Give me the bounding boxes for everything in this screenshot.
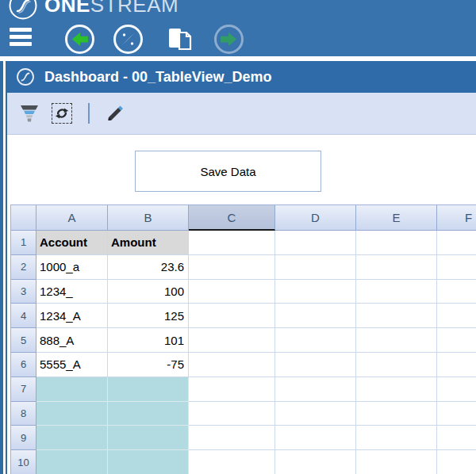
dashboard-content: Save Data ABCDEF1AccountAmount21000_a23.… <box>7 135 476 474</box>
cell-B10[interactable] <box>108 450 189 474</box>
cell-B3[interactable]: 100 <box>108 280 189 304</box>
row-header-7[interactable]: 7 <box>11 377 36 402</box>
cell-D5[interactable] <box>275 328 356 353</box>
cell-C4[interactable] <box>189 304 275 328</box>
cell-E9[interactable] <box>356 426 437 450</box>
cell-D4[interactable] <box>275 304 356 328</box>
cell-C7[interactable] <box>189 377 275 402</box>
cell-A8[interactable] <box>36 402 108 426</box>
cell-E4[interactable] <box>356 304 437 328</box>
cell-D2[interactable] <box>275 255 356 280</box>
brand-wordmark: ONESTREAM <box>44 0 178 15</box>
cell-F2[interactable] <box>437 255 476 280</box>
cell-E2[interactable] <box>356 255 437 280</box>
cell-B2[interactable]: 23.6 <box>108 255 189 280</box>
cell-C9[interactable] <box>189 426 275 450</box>
cell-C2[interactable] <box>189 255 275 280</box>
cell-A2[interactable]: 1000_a <box>36 255 108 280</box>
window-left-edge <box>0 61 3 474</box>
cell-A5[interactable]: 888_A <box>36 328 108 353</box>
column-header-D[interactable]: D <box>275 205 356 231</box>
row-header-1[interactable]: 1 <box>11 231 36 255</box>
cell-D6[interactable] <box>275 353 356 377</box>
row-header-9[interactable]: 9 <box>11 426 36 450</box>
filter-button[interactable] <box>20 103 39 124</box>
cell-D7[interactable] <box>275 377 356 402</box>
compass-icon <box>116 27 140 52</box>
cell-A6[interactable]: 5555_A <box>36 353 108 377</box>
column-header-C[interactable]: C <box>189 205 275 231</box>
cell-F10[interactable] <box>437 450 476 474</box>
cell-D9[interactable] <box>275 426 356 450</box>
cell-C6[interactable] <box>189 353 275 377</box>
dashboard-panel: Dashboard - 00_TableView_Demo <box>6 61 476 474</box>
cell-A7[interactable] <box>36 377 108 402</box>
refresh-selection-icon <box>55 106 69 120</box>
cell-B1[interactable]: Amount <box>108 231 189 255</box>
forward-arrow-icon <box>217 27 241 52</box>
cell-A10[interactable] <box>36 450 108 474</box>
cell-C3[interactable] <box>189 280 275 304</box>
column-header-B[interactable]: B <box>108 205 189 231</box>
dashboard-logo-icon <box>16 67 35 86</box>
brand-one: ONE <box>44 0 90 17</box>
cell-F7[interactable] <box>437 377 476 402</box>
row-header-10[interactable]: 10 <box>11 450 36 474</box>
cell-B5[interactable]: 101 <box>108 328 189 353</box>
column-header-F[interactable]: F <box>437 205 476 231</box>
cell-C10[interactable] <box>189 450 275 474</box>
cell-B8[interactable] <box>108 402 189 426</box>
compass-button[interactable] <box>113 25 143 54</box>
cell-A4[interactable]: 1234_A <box>36 304 108 328</box>
cell-E6[interactable] <box>356 353 437 377</box>
cell-F6[interactable] <box>437 353 476 377</box>
cell-C8[interactable] <box>189 402 275 426</box>
cell-F4[interactable] <box>437 304 476 328</box>
cell-A3[interactable]: 1234_ <box>36 280 108 304</box>
cell-C1[interactable] <box>189 231 275 255</box>
cell-B6[interactable]: -75 <box>108 353 189 377</box>
cell-F1[interactable] <box>437 231 476 255</box>
cell-F3[interactable] <box>437 280 476 304</box>
cell-B4[interactable]: 125 <box>108 304 189 328</box>
refresh-button[interactable] <box>52 103 72 124</box>
row-header-4[interactable]: 4 <box>11 304 36 328</box>
cell-F5[interactable] <box>437 328 476 353</box>
copy-documents-icon <box>163 25 195 54</box>
toolbar-divider <box>88 103 90 124</box>
cell-F9[interactable] <box>437 426 476 450</box>
column-header-E[interactable]: E <box>356 205 437 231</box>
cell-B7[interactable] <box>108 377 189 402</box>
cell-E8[interactable] <box>356 402 437 426</box>
row-header-2[interactable]: 2 <box>11 255 36 280</box>
back-arrow-icon <box>67 27 92 52</box>
cell-E7[interactable] <box>356 377 437 402</box>
cell-E10[interactable] <box>356 450 437 474</box>
row-header-6[interactable]: 6 <box>11 353 36 377</box>
cell-D8[interactable] <box>275 402 356 426</box>
cell-F8[interactable] <box>437 402 476 426</box>
save-data-button[interactable]: Save Data <box>135 151 321 192</box>
cell-B9[interactable] <box>108 426 189 450</box>
cell-C5[interactable] <box>189 328 275 353</box>
row-header-5[interactable]: 5 <box>11 328 36 353</box>
row-header-8[interactable]: 8 <box>11 402 36 426</box>
menu-button[interactable] <box>10 28 32 48</box>
cell-A9[interactable] <box>36 426 108 450</box>
row-header-3[interactable]: 3 <box>11 280 36 304</box>
cell-D1[interactable] <box>275 231 356 255</box>
edit-button[interactable] <box>104 102 126 124</box>
copy-button[interactable] <box>163 25 195 54</box>
select-all-corner-cell[interactable] <box>11 205 36 231</box>
cell-E3[interactable] <box>356 280 437 304</box>
cell-A1[interactable]: Account <box>36 231 108 255</box>
cell-D10[interactable] <box>275 450 356 474</box>
back-button[interactable] <box>65 25 94 54</box>
cell-E1[interactable] <box>356 231 437 255</box>
column-header-A[interactable]: A <box>36 205 108 231</box>
cell-D3[interactable] <box>275 280 356 304</box>
cell-E5[interactable] <box>356 328 437 353</box>
forward-button[interactable] <box>214 25 244 54</box>
brand-stream: STREAM <box>90 0 178 17</box>
top-app-bar: ONESTREAM <box>0 0 476 56</box>
